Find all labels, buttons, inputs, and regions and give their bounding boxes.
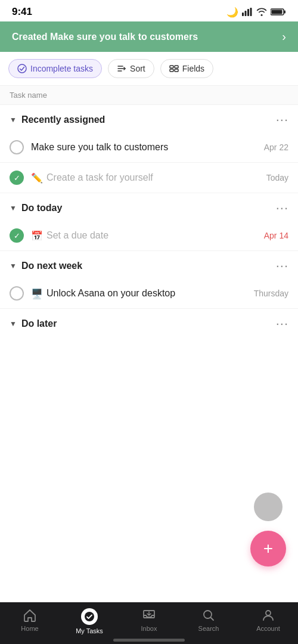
section-title-next-week: Do next week — [21, 261, 82, 271]
fab-secondary-button[interactable] — [254, 493, 283, 521]
status-bar: 9:41 🌙 — [0, 0, 298, 21]
svg-rect-13 — [170, 69, 173, 72]
home-indicator — [113, 639, 185, 642]
section-chevron-recently[interactable]: ▼ — [10, 116, 17, 124]
svg-rect-5 — [284, 11, 286, 14]
task-check-2[interactable]: ✓ — [10, 171, 24, 185]
task-check-1[interactable] — [10, 140, 24, 154]
task-name-2: ✏️ Create a task for yourself — [31, 172, 262, 184]
nav-item-home[interactable]: Home — [0, 602, 60, 638]
task-name-1: Make sure you talk to customers — [31, 142, 259, 153]
nav-label-my-tasks: My Tasks — [76, 627, 103, 634]
filter-bar: Incomplete tasks Sort Fields — [0, 52, 298, 86]
section-menu-next-week[interactable]: ··· — [276, 259, 288, 273]
home-icon — [23, 608, 37, 623]
svg-rect-11 — [170, 66, 173, 68]
banner-task-name: Make sure you talk to customers — [50, 32, 198, 42]
nav-item-search[interactable]: Search — [179, 602, 238, 638]
banner-chevron: › — [282, 30, 286, 44]
wifi-icon — [256, 8, 267, 16]
svg-point-7 — [18, 64, 26, 73]
battery-icon — [271, 8, 286, 16]
my-tasks-circle — [81, 608, 98, 625]
task-check-4[interactable] — [10, 286, 24, 301]
fields-chip[interactable]: Fields — [160, 59, 213, 78]
sort-icon — [117, 64, 126, 73]
nav-label-inbox: Inbox — [141, 625, 157, 632]
fab-primary-button[interactable]: + — [250, 531, 286, 566]
fields-icon — [169, 64, 179, 73]
search-icon — [201, 608, 216, 623]
task-date-1: Apr 22 — [264, 143, 288, 152]
signal-icon — [242, 8, 253, 16]
sort-chip[interactable]: Sort — [108, 59, 154, 78]
task-row[interactable]: Make sure you talk to customers Apr 22 — [0, 132, 298, 163]
nav-label-home: Home — [21, 625, 38, 632]
fab-container: + — [250, 493, 286, 566]
checkmark-icon — [84, 611, 95, 622]
task-date-3: Apr 14 — [264, 231, 288, 240]
task-emoji-4: 🖥️ — [31, 288, 43, 299]
nav-item-inbox[interactable]: Inbox — [119, 602, 179, 638]
svg-rect-0 — [242, 13, 244, 16]
section-title-recently: Recently assigned — [21, 114, 105, 125]
section-title-later: Do later — [21, 318, 57, 329]
task-emoji-3: 📅 — [31, 230, 43, 242]
svg-rect-14 — [175, 69, 178, 72]
status-time: 9:41 — [12, 6, 32, 18]
status-icons: 🌙 — [226, 7, 286, 18]
nav-item-account[interactable]: Account — [238, 602, 298, 638]
fab-plus-icon: + — [263, 539, 273, 558]
task-row[interactable]: 🖥️ Unlock Asana on your desktop Thursday — [0, 278, 298, 309]
svg-line-17 — [211, 618, 214, 621]
task-name-column: Task name — [10, 91, 47, 100]
task-date-4: Thursday — [254, 289, 288, 298]
bottom-nav: Home My Tasks Inbox Search — [0, 602, 298, 644]
fields-label: Fields — [182, 64, 204, 73]
section-do-today: ▼ Do today ··· — [0, 193, 298, 221]
account-icon — [261, 608, 275, 623]
sort-label: Sort — [130, 64, 145, 73]
moon-icon: 🌙 — [226, 7, 238, 18]
svg-point-15 — [85, 612, 94, 621]
nav-label-search: Search — [198, 625, 219, 632]
incomplete-label: Incomplete tasks — [30, 64, 93, 73]
section-do-next-week: ▼ Do next week ··· — [0, 251, 298, 278]
banner-text: Created Make sure you talk to customers — [12, 32, 198, 42]
section-chevron-next-week[interactable]: ▼ — [10, 262, 17, 270]
svg-rect-6 — [272, 10, 283, 14]
nav-label-account: Account — [256, 625, 280, 632]
column-header: Task name — [0, 86, 298, 105]
task-emoji-2: ✏️ — [31, 172, 43, 184]
svg-rect-12 — [175, 66, 178, 68]
nav-item-my-tasks[interactable]: My Tasks — [60, 602, 119, 638]
task-row[interactable]: ✓ 📅 Set a due date Apr 14 — [0, 221, 298, 251]
section-title-today: Do today — [21, 203, 62, 213]
task-date-2: Today — [266, 173, 288, 182]
section-chevron-today[interactable]: ▼ — [10, 204, 17, 212]
section-recently-assigned: ▼ Recently assigned ··· — [0, 105, 298, 132]
svg-point-18 — [266, 611, 271, 615]
svg-rect-3 — [250, 8, 252, 16]
task-name-3: 📅 Set a due date — [31, 230, 259, 242]
section-menu-today[interactable]: ··· — [276, 202, 288, 215]
banner-prefix: Created — [12, 32, 50, 42]
task-name-4: 🖥️ Unlock Asana on your desktop — [31, 288, 249, 299]
svg-rect-2 — [247, 9, 249, 16]
inbox-icon — [142, 608, 156, 623]
task-row[interactable]: ✓ ✏️ Create a task for yourself Today — [0, 163, 298, 193]
section-menu-recently[interactable]: ··· — [276, 113, 288, 126]
section-chevron-later[interactable]: ▼ — [10, 320, 17, 328]
section-do-later: ▼ Do later ··· — [0, 309, 298, 336]
check-circle-icon — [17, 64, 27, 73]
svg-rect-1 — [245, 11, 247, 16]
section-menu-later[interactable]: ··· — [276, 317, 288, 330]
task-check-3[interactable]: ✓ — [10, 228, 24, 243]
banner[interactable]: Created Make sure you talk to customers … — [0, 21, 298, 52]
incomplete-tasks-chip[interactable]: Incomplete tasks — [8, 59, 102, 78]
